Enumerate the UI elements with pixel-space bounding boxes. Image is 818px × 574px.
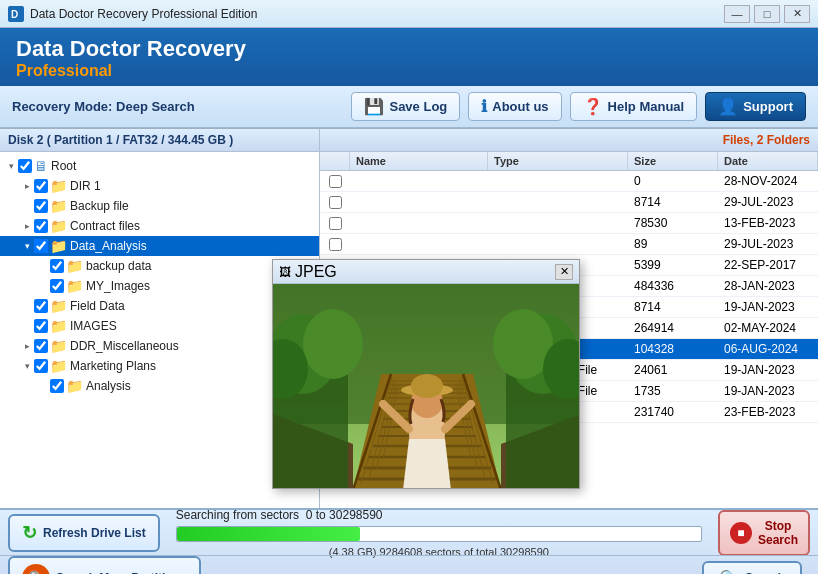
file-row[interactable]: 78530 13-FEB-2023: [320, 213, 818, 234]
toolbar: Recovery Mode: Deep Search 💾 Save Log ℹ …: [0, 86, 818, 128]
about-us-label: About us: [492, 99, 548, 114]
file-size: 1735: [628, 381, 718, 401]
tree-item[interactable]: 📁 Backup file: [0, 196, 319, 216]
stop-search-button[interactable]: ■ Stop Search: [718, 510, 810, 556]
tree-checkbox[interactable]: [50, 279, 64, 293]
popup-titlebar: 🖼 JPEG ✕: [273, 260, 579, 284]
support-button[interactable]: 👤 Support: [705, 92, 806, 121]
tree-checkbox[interactable]: [34, 219, 48, 233]
folder-icon: 📁: [50, 318, 67, 334]
tree-label: Analysis: [86, 379, 131, 393]
tree-checkbox[interactable]: [50, 259, 64, 273]
progress-text: Searching from sectors 0 to 30298590: [176, 508, 702, 522]
folder-icon: 📁: [50, 178, 67, 194]
popup-title: JPEG: [295, 263, 337, 281]
refresh-drive-list-button[interactable]: ↻ Refresh Drive List: [8, 514, 160, 552]
file-date: 22-SEP-2017: [718, 255, 818, 275]
tree-checkbox[interactable]: [18, 159, 32, 173]
row-checkbox[interactable]: [329, 217, 342, 230]
disk-header: Disk 2 ( Partition 1 / FAT32 / 344.45 GB…: [0, 129, 319, 152]
tree-label: DDR_Miscellaneous: [70, 339, 179, 353]
tree-item[interactable]: ▾ 🖥 Root: [0, 156, 319, 176]
row-checkbox[interactable]: [329, 196, 342, 209]
status-row1: ↻ Refresh Drive List Searching from sect…: [0, 510, 818, 555]
save-log-label: Save Log: [389, 99, 447, 114]
help-manual-button[interactable]: ❓ Help Manual: [570, 92, 698, 121]
minimize-button[interactable]: —: [724, 5, 750, 23]
tree-checkbox[interactable]: [50, 379, 64, 393]
file-size: 104328: [628, 339, 718, 359]
tree-label: DIR 1: [70, 179, 101, 193]
search-button[interactable]: 🔍 Search: [702, 561, 802, 574]
search-more-icon: 🔍: [22, 564, 50, 574]
expander-icon[interactable]: ▾: [20, 361, 34, 371]
expander-icon[interactable]: ▸: [20, 341, 34, 351]
expander-icon[interactable]: ▾: [4, 161, 18, 171]
refresh-icon: ↻: [22, 522, 37, 544]
folder-icon: 📁: [50, 218, 67, 234]
file-row[interactable]: 8714 29-JUL-2023: [320, 192, 818, 213]
tree-checkbox[interactable]: [34, 339, 48, 353]
tree-item-selected[interactable]: ▾ 📁 Data_Analysis: [0, 236, 319, 256]
file-name: [350, 234, 488, 254]
folder-icon: 🖥: [34, 158, 48, 174]
tree-label: Root: [51, 159, 76, 173]
close-button[interactable]: ✕: [784, 5, 810, 23]
svg-marker-41: [403, 439, 451, 488]
files-summary: Files, 2 Folders: [723, 133, 810, 147]
tree-checkbox[interactable]: [34, 299, 48, 313]
support-icon: 👤: [718, 97, 738, 116]
tree-label: MY_Images: [86, 279, 150, 293]
row-checkbox[interactable]: [329, 238, 342, 251]
expander-icon: [20, 201, 34, 211]
file-date: 02-MAY-2024: [718, 318, 818, 338]
folder-icon: 📁: [50, 298, 67, 314]
expander-icon[interactable]: ▸: [20, 221, 34, 231]
tree-label: IMAGES: [70, 319, 117, 333]
folder-icon: 📁: [50, 338, 67, 354]
maximize-button[interactable]: □: [754, 5, 780, 23]
expander-icon[interactable]: ▾: [20, 241, 34, 251]
file-size: 89: [628, 234, 718, 254]
about-us-button[interactable]: ℹ About us: [468, 92, 561, 121]
svg-point-35: [303, 309, 363, 379]
folder-icon: 📁: [66, 378, 83, 394]
folder-icon: 📁: [50, 238, 67, 254]
search-icon: 🔍: [719, 569, 739, 574]
search-more-partitions-button[interactable]: 🔍 Search More Partitions: [8, 556, 201, 574]
help-manual-label: Help Manual: [608, 99, 685, 114]
file-row[interactable]: 89 29-JUL-2023: [320, 234, 818, 255]
searching-text: Searching from sectors: [176, 508, 299, 522]
file-date: 19-JAN-2023: [718, 297, 818, 317]
folder-icon: 📁: [66, 258, 83, 274]
image-preview-popup: 🖼 JPEG ✕: [272, 259, 580, 489]
sector-range: 0 to 30298590: [306, 508, 383, 522]
col-check: [320, 152, 350, 170]
file-size: 8714: [628, 297, 718, 317]
tree-checkbox[interactable]: [34, 239, 48, 253]
title-bar: D Data Doctor Recovery Professional Edit…: [0, 0, 818, 28]
stop-label-line2: Search: [758, 533, 798, 547]
save-log-button[interactable]: 💾 Save Log: [351, 92, 460, 121]
files-header: Files, 2 Folders: [320, 129, 818, 152]
file-size: 5399: [628, 255, 718, 275]
tree-item[interactable]: ▸ 📁 Contract files: [0, 216, 319, 236]
tree-item[interactable]: ▸ 📁 DIR 1: [0, 176, 319, 196]
tree-checkbox[interactable]: [34, 319, 48, 333]
file-table-header: Name Type Size Date: [320, 152, 818, 171]
expander-icon[interactable]: ▸: [20, 181, 34, 191]
help-icon: ❓: [583, 97, 603, 116]
progress-section: Searching from sectors 0 to 30298590 (4.…: [168, 504, 710, 562]
file-type: [488, 171, 628, 191]
tree-checkbox[interactable]: [34, 359, 48, 373]
expander-icon: [20, 301, 34, 311]
tree-checkbox[interactable]: [34, 179, 48, 193]
file-row[interactable]: 0 28-NOV-2024: [320, 171, 818, 192]
tree-label: Contract files: [70, 219, 140, 233]
file-size: 78530: [628, 213, 718, 233]
row-checkbox[interactable]: [329, 175, 342, 188]
popup-close-button[interactable]: ✕: [555, 264, 573, 280]
file-date: 23-FEB-2023: [718, 402, 818, 422]
tree-checkbox[interactable]: [34, 199, 48, 213]
refresh-label: Refresh Drive List: [43, 526, 146, 540]
